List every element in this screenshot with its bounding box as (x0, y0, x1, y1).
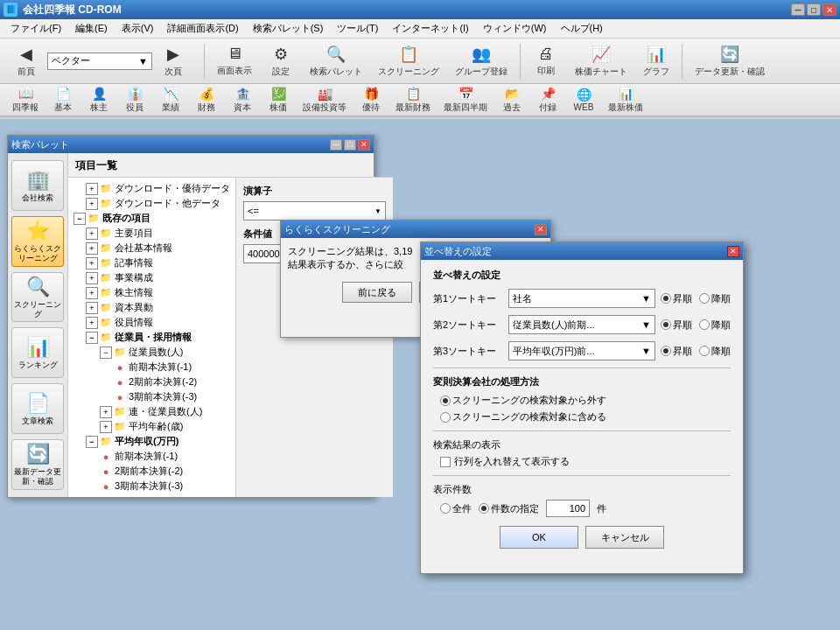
expander-download-yutai[interactable]: + (86, 183, 98, 195)
expander-existing[interactable]: − (74, 213, 86, 225)
tb2-btn-14[interactable]: 🌐 WEB (567, 85, 600, 115)
sidebar-easy-screening[interactable]: ⭐ らくらくスクリーニング (11, 216, 64, 267)
expander-employees[interactable]: − (86, 332, 98, 344)
menu-help[interactable]: ヘルプ(H) (554, 20, 610, 37)
tree-item-emp-prev1[interactable]: ● 前期本決算(-1) (72, 360, 232, 374)
expander-emp-count[interactable]: − (100, 346, 112, 359)
tree-item-avg-salary[interactable]: − 📁 平均年収(万円) (72, 434, 232, 449)
tb2-btn-7[interactable]: 💹 株価 (262, 85, 295, 115)
tb2-btn-8[interactable]: 🏭 設備投資等 (298, 85, 352, 115)
tb2-btn-2[interactable]: 👤 株主 (82, 85, 116, 115)
menu-file[interactable]: ファイル(F) (4, 20, 68, 37)
settings-button[interactable]: ⚙ 設定 (262, 42, 300, 80)
menu-internet[interactable]: インターネット(I) (385, 20, 475, 37)
expander-capital[interactable]: + (86, 302, 98, 314)
expander-business[interactable]: + (86, 272, 98, 284)
expander-salary[interactable]: − (86, 436, 98, 448)
close-button[interactable]: ✕ (822, 4, 836, 16)
sort-key1-asc[interactable]: 昇順 (661, 292, 692, 305)
sort-cancel-button[interactable]: キャンセル (585, 526, 664, 549)
sort-key3-asc[interactable]: 昇順 (661, 345, 692, 358)
count-all-radio[interactable]: 全件 (440, 502, 472, 515)
tree-item-article[interactable]: + 📁 記事情報 (72, 256, 232, 270)
menu-view[interactable]: 表示(V) (115, 20, 161, 37)
expander-download-other[interactable]: + (86, 198, 98, 210)
tree-item-employees[interactable]: − 📁 従業員・採用情報 (72, 330, 232, 345)
tree-item-company-info[interactable]: + 📁 会社基本情報 (72, 241, 232, 256)
expander-officers[interactable]: + (86, 317, 98, 329)
search-palette-button[interactable]: 🔍 検索パレット (304, 42, 368, 80)
next-button[interactable]: ▶ 次頁 (154, 42, 192, 80)
tb2-btn-15[interactable]: 📊 最新株価 (603, 85, 648, 115)
count-input[interactable]: 100 (546, 500, 590, 517)
menu-tools[interactable]: ツール(T) (330, 20, 385, 37)
tree-item-sal-prev3[interactable]: ● 3期前本決算(-3) (72, 479, 232, 494)
tree-item-existing[interactable]: − 📁 既存の項目 (72, 211, 232, 226)
sidebar-ranking[interactable]: 📊 ランキング (11, 327, 64, 378)
sort-key3-combo[interactable]: 平均年収(万円)前... ▼ (508, 341, 655, 360)
sidebar-data-update[interactable]: 🔄 最新データ更新・確認 (11, 439, 64, 490)
variable-opt2[interactable]: スクリーニングの検索対象に含める (440, 410, 731, 424)
tb2-btn-0[interactable]: 📖 四季報 (7, 85, 44, 115)
tb2-btn-1[interactable]: 📄 基本 (46, 85, 80, 115)
maximize-button[interactable]: □ (807, 4, 821, 16)
tree-item-download-other[interactable]: + 📁 ダウンロード・他データ (72, 196, 232, 211)
palette-close[interactable]: ✕ (358, 139, 370, 150)
expander-article[interactable]: + (86, 257, 98, 270)
raku-close[interactable]: ✕ (535, 224, 547, 235)
expander-main[interactable]: + (86, 228, 98, 240)
tree-item-capital[interactable]: + 📁 資本異動 (72, 300, 232, 315)
sort-key1-desc[interactable]: 降順 (699, 292, 731, 305)
tree-item-emp-prev3[interactable]: ● 3期前本決算(-3) (72, 389, 232, 404)
tb2-btn-13[interactable]: 📌 付録 (531, 85, 564, 115)
group-button[interactable]: 👥 グループ登録 (449, 42, 514, 80)
update-button[interactable]: 🔄 データ更新・確認 (689, 42, 771, 80)
tb2-btn-10[interactable]: 📋 最新財務 (390, 85, 436, 115)
variable-opt1[interactable]: スクリーニングの検索対象から外す (440, 394, 731, 407)
expander-consol[interactable]: + (100, 406, 112, 418)
raku-back-button[interactable]: 前に戻る (342, 282, 412, 303)
palette-minimize[interactable]: ─ (330, 139, 342, 150)
expander-company[interactable]: + (86, 242, 98, 255)
tree-item-emp-prev2[interactable]: ● 2期前本決算(-2) (72, 374, 232, 389)
result-checkbox[interactable] (440, 457, 451, 467)
tree-item-sal-prev1[interactable]: ● 前期本決算(-1) (72, 449, 232, 464)
tb2-btn-5[interactable]: 💰 財務 (190, 85, 223, 115)
sort-key3-desc[interactable]: 降順 (699, 345, 731, 358)
screening-button[interactable]: 📋 スクリーニング (372, 42, 445, 80)
print-button[interactable]: 🖨 印刷 (527, 42, 565, 80)
menu-edit[interactable]: 編集(E) (68, 20, 115, 37)
sort-key1-combo[interactable]: 社名 ▼ (508, 289, 655, 308)
tree-item-officers[interactable]: + 📁 役員情報 (72, 315, 232, 330)
sort-key2-desc[interactable]: 降順 (699, 318, 731, 332)
tb2-btn-6[interactable]: 🏦 資本 (226, 85, 259, 115)
operator-combo[interactable]: <= ▼ (243, 201, 386, 220)
sort-key2-combo[interactable]: 従業員数(人)前期... ▼ (508, 315, 655, 334)
tb2-btn-12[interactable]: 📂 過去 (495, 85, 528, 115)
sidebar-screening[interactable]: 🔍 スクリーニング (11, 272, 64, 323)
minimize-button[interactable]: ─ (791, 4, 805, 16)
count-specify-radio[interactable]: 件数の指定 (479, 502, 539, 515)
menu-search-palette[interactable]: 検索パレット(S) (246, 20, 331, 37)
tree-item-consol-emp[interactable]: + 📁 連・従業員数(人) (72, 404, 232, 419)
sort-ok-button[interactable]: OK (500, 526, 578, 549)
tb2-btn-11[interactable]: 📅 最新四半期 (438, 85, 493, 115)
tb2-btn-3[interactable]: 👔 役員 (118, 85, 151, 115)
tb2-btn-4[interactable]: 📉 業績 (154, 85, 187, 115)
tree-item-main[interactable]: + 📁 主要項目 (72, 226, 232, 241)
screen-button[interactable]: 🖥 画面表示 (211, 42, 258, 80)
tree-item-shareholders[interactable]: + 📁 株主情報 (72, 285, 232, 300)
menu-detail[interactable]: 詳細画面表示(D) (160, 20, 245, 37)
sort-close[interactable]: ✕ (727, 246, 739, 257)
tree-item-sal-prev2[interactable]: ● 2期前本決算(-2) (72, 464, 232, 479)
tb2-btn-9[interactable]: 🎁 優待 (354, 85, 388, 115)
expander-shareholders[interactable]: + (86, 287, 98, 299)
tree-item-emp-count[interactable]: − 📁 従業員数(人) (72, 345, 232, 360)
graph-button[interactable]: 📊 グラフ (637, 42, 676, 80)
sidebar-company-search[interactable]: 🏢 会社検索 (11, 160, 64, 211)
tree-item-avg-age[interactable]: + 📁 平均年齢(歳) (72, 419, 232, 434)
palette-maximize[interactable]: □ (344, 139, 356, 150)
tree-item-download-yutai[interactable]: + 📁 ダウンロード・優待データ (72, 181, 232, 196)
menu-window[interactable]: ウィンドウ(W) (476, 20, 554, 37)
chart-button[interactable]: 📈 株価チャート (569, 42, 634, 80)
